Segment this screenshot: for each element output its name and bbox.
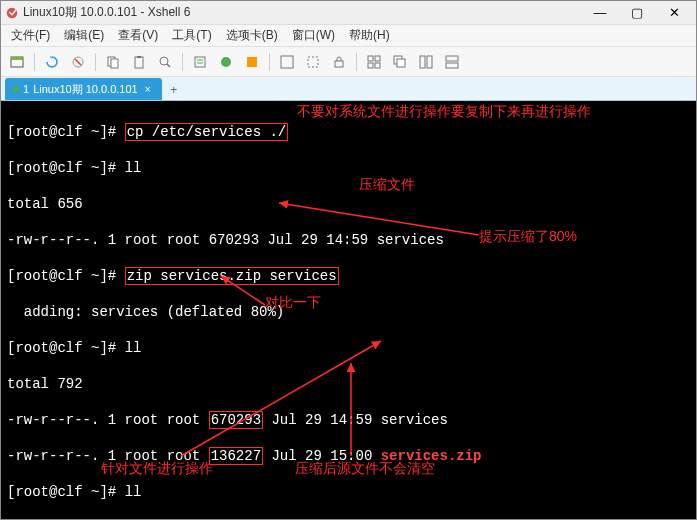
maximize-button[interactable]: ▢: [619, 3, 655, 23]
new-session-button[interactable]: [5, 50, 29, 74]
vert-tile-button[interactable]: [414, 50, 438, 74]
prompt: [root@clf ~]#: [7, 160, 116, 176]
tab-close-icon[interactable]: ×: [142, 83, 154, 95]
horiz-tile-button[interactable]: [440, 50, 464, 74]
svg-rect-15: [247, 57, 257, 67]
tile-button[interactable]: [362, 50, 386, 74]
cmd-zip: zip services.zip services: [125, 267, 339, 285]
separator: [182, 53, 183, 71]
script-button[interactable]: [240, 50, 264, 74]
menu-view[interactable]: 查看(V): [112, 25, 164, 46]
svg-rect-2: [11, 57, 23, 60]
output-line: total 792: [7, 375, 690, 393]
minimize-button[interactable]: —: [582, 3, 618, 23]
copy-button[interactable]: [101, 50, 125, 74]
separator: [95, 53, 96, 71]
menubar: 文件(F) 编辑(E) 查看(V) 工具(T) 选项卡(B) 窗口(W) 帮助(…: [1, 25, 696, 47]
app-icon: [5, 6, 19, 20]
cascade-button[interactable]: [388, 50, 412, 74]
size-box: 670293: [209, 411, 263, 429]
svg-line-4: [75, 59, 81, 65]
size-box: 136227: [209, 447, 263, 465]
prompt: [root@clf ~]#: [7, 340, 116, 356]
menu-help[interactable]: 帮助(H): [343, 25, 396, 46]
separator: [356, 53, 357, 71]
zip-filename: services.zip: [381, 448, 482, 464]
window-buttons: — ▢ ✕: [582, 3, 692, 23]
menu-edit[interactable]: 编辑(E): [58, 25, 110, 46]
prompt: [root@clf ~]#: [7, 268, 116, 284]
svg-point-9: [160, 57, 168, 65]
cmd-ll: ll: [125, 484, 142, 500]
titlebar: Linux10期 10.0.0.101 - Xshell 6 — ▢ ✕: [1, 1, 696, 25]
session-tab[interactable]: 1 Linux10期 10.0.0.101 ×: [5, 78, 162, 100]
svg-rect-27: [446, 56, 458, 61]
svg-rect-18: [335, 61, 343, 67]
svg-rect-21: [368, 63, 373, 68]
svg-rect-17: [308, 57, 318, 67]
status-dot-icon: [13, 86, 19, 92]
lock-button[interactable]: [327, 50, 351, 74]
prompt: [root@clf ~]#: [7, 484, 116, 500]
properties-button[interactable]: [188, 50, 212, 74]
menu-tabs[interactable]: 选项卡(B): [220, 25, 284, 46]
fullscreen-button[interactable]: [275, 50, 299, 74]
find-button[interactable]: [153, 50, 177, 74]
add-tab-button[interactable]: +: [164, 80, 184, 100]
tabbar: 1 Linux10期 10.0.0.101 × +: [1, 77, 696, 101]
svg-rect-28: [446, 63, 458, 68]
svg-rect-7: [135, 57, 143, 68]
separator: [269, 53, 270, 71]
svg-rect-8: [137, 56, 141, 58]
menu-window[interactable]: 窗口(W): [286, 25, 341, 46]
output-line: -rw-r--r--. 1 root root 670293 Jul 29 14…: [7, 231, 690, 249]
output-line: Jul 29 14:59 services: [263, 412, 448, 428]
toolbar: [1, 47, 696, 77]
svg-rect-26: [427, 56, 432, 68]
menu-file[interactable]: 文件(F): [5, 25, 56, 46]
disconnect-button[interactable]: [66, 50, 90, 74]
close-button[interactable]: ✕: [656, 3, 692, 23]
svg-rect-24: [397, 59, 405, 67]
svg-line-10: [167, 64, 170, 67]
svg-point-14: [221, 57, 231, 67]
annotation-zip: 压缩文件: [359, 175, 415, 193]
menu-tools[interactable]: 工具(T): [166, 25, 217, 46]
svg-line-31: [181, 341, 381, 456]
paste-button[interactable]: [127, 50, 151, 74]
prompt: [root@clf ~]#: [7, 124, 116, 140]
svg-rect-6: [111, 59, 118, 68]
svg-rect-11: [195, 57, 205, 67]
tab-index: 1: [23, 83, 29, 95]
output-line: -rw-r--r--. 1 root root: [7, 412, 209, 428]
color-scheme-button[interactable]: [214, 50, 238, 74]
annotation-copy: 不要对系统文件进行操作要复制下来再进行操作: [297, 102, 591, 120]
svg-rect-22: [375, 63, 380, 68]
svg-rect-25: [420, 56, 425, 68]
output-line: total 656: [7, 195, 690, 213]
separator: [34, 53, 35, 71]
svg-rect-19: [368, 56, 373, 61]
tab-label: Linux10期 10.0.0.101: [33, 82, 138, 97]
app-window: Linux10期 10.0.0.101 - Xshell 6 — ▢ ✕ 文件(…: [0, 0, 697, 520]
output-line: -rw-r--r--. 1 root root: [7, 448, 209, 464]
reconnect-button[interactable]: [40, 50, 64, 74]
svg-rect-20: [375, 56, 380, 61]
output-line: Jul 29 15:00: [263, 448, 381, 464]
svg-rect-16: [281, 56, 293, 68]
window-title: Linux10期 10.0.0.101 - Xshell 6: [23, 4, 582, 21]
transparent-button[interactable]: [301, 50, 325, 74]
cmd-cp: cp /etc/services ./: [125, 123, 289, 141]
cmd-ll: ll: [125, 340, 142, 356]
output-line: adding: services (deflated 80%): [7, 303, 690, 321]
terminal[interactable]: [root@clf ~]# cp /etc/services ./ [root@…: [1, 101, 696, 519]
cmd-ll: ll: [125, 160, 142, 176]
